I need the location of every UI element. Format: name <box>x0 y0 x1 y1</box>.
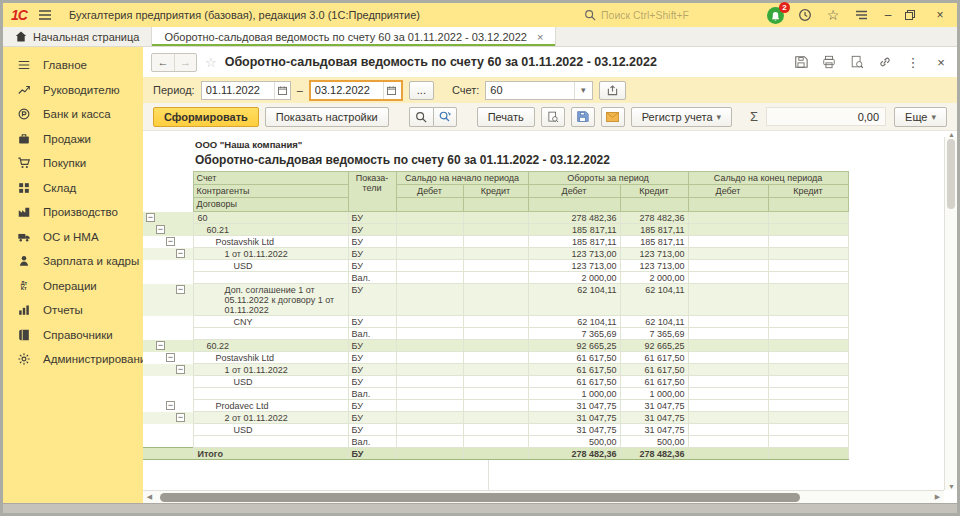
table-row[interactable]: −60БУ278 482,36278 482,36 <box>143 212 848 224</box>
cell-end-credit[interactable] <box>768 284 848 316</box>
cell-begin-credit[interactable] <box>463 352 528 364</box>
cell-begin-credit[interactable] <box>463 436 528 448</box>
cell-turnover-credit[interactable]: 31 047,75 <box>620 400 688 412</box>
preview-icon[interactable] <box>849 54 865 70</box>
history-button[interactable] <box>795 5 815 25</box>
vertical-scroll-thumb[interactable] <box>947 139 955 209</box>
cell-begin-debit[interactable] <box>396 248 463 260</box>
cell-begin-credit[interactable] <box>463 412 528 424</box>
sidebar-item-manager[interactable]: Руководителю <box>3 78 143 103</box>
cell-end-debit[interactable] <box>688 212 768 224</box>
vertical-scrollbar[interactable]: ▲ ▼ <box>944 137 957 490</box>
cell-begin-credit[interactable] <box>463 424 528 436</box>
table-row[interactable]: USDБУ123 713,00123 713,00 <box>143 260 848 272</box>
cell-end-credit[interactable] <box>768 352 848 364</box>
cell-turnover-debit[interactable]: 7 365,69 <box>528 328 620 340</box>
cell-turnover-debit[interactable]: 1 000,00 <box>528 388 620 400</box>
sidebar-item-operations[interactable]: ДтКтОперации <box>3 274 143 299</box>
table-row[interactable]: ИтогоБУ278 482,36278 482,36 <box>143 448 848 460</box>
cell-begin-debit[interactable] <box>396 424 463 436</box>
cell-end-credit[interactable] <box>768 212 848 224</box>
horizontal-scroll-thumb[interactable] <box>160 493 800 502</box>
table-row[interactable]: −Postavshik LtdБУ185 817,11185 817,11 <box>143 236 848 248</box>
sidebar-item-purchases[interactable]: Покупки <box>3 151 143 176</box>
cell-turnover-credit[interactable]: 1 000,00 <box>620 388 688 400</box>
cell-indicator[interactable]: БУ <box>348 284 396 316</box>
cell-end-credit[interactable] <box>768 272 848 284</box>
tab-close-icon[interactable]: × <box>537 31 543 43</box>
cell-begin-debit[interactable] <box>396 400 463 412</box>
find-next-button[interactable] <box>433 107 457 127</box>
cell-end-credit[interactable] <box>768 328 848 340</box>
cell-turnover-debit[interactable]: 278 482,36 <box>528 212 620 224</box>
cell-begin-debit[interactable] <box>396 340 463 352</box>
main-menu-icon[interactable] <box>35 5 55 25</box>
find-button[interactable] <box>409 107 433 127</box>
table-row[interactable]: −1 от 01.11.2022БУ61 617,5061 617,50 <box>143 364 848 376</box>
cell-end-debit[interactable] <box>688 412 768 424</box>
close-window-button[interactable]: × <box>931 8 949 22</box>
cell-account[interactable]: Доп. соглашение 1 от 05.11.2022 к догово… <box>193 284 348 316</box>
save-report-button[interactable] <box>571 107 595 127</box>
cell-begin-debit[interactable] <box>396 352 463 364</box>
cell-turnover-credit[interactable]: 7 365,69 <box>620 328 688 340</box>
cell-begin-credit[interactable] <box>463 272 528 284</box>
cell-turnover-credit[interactable]: 185 817,11 <box>620 224 688 236</box>
account-open-button[interactable] <box>599 81 626 100</box>
cell-end-credit[interactable] <box>768 364 848 376</box>
cell-begin-credit[interactable] <box>463 284 528 316</box>
table-row[interactable]: −2 от 01.11.2022БУ31 047,7531 047,75 <box>143 412 848 424</box>
scroll-down-icon[interactable]: ▼ <box>945 483 957 490</box>
cell-end-debit[interactable] <box>688 284 768 316</box>
global-search[interactable] <box>584 9 759 21</box>
cell-begin-credit[interactable] <box>463 364 528 376</box>
header-debit[interactable]: Дебет <box>528 185 620 198</box>
cell-account[interactable] <box>193 436 348 448</box>
cell-account[interactable]: 2 от 01.11.2022 <box>193 412 348 424</box>
cell-account[interactable]: Postavshik Ltd <box>193 352 348 364</box>
cell-account[interactable]: CNY <box>193 316 348 328</box>
cell-turnover-credit[interactable]: 62 104,11 <box>620 284 688 316</box>
cell-begin-credit[interactable] <box>463 224 528 236</box>
cell-begin-debit[interactable] <box>396 436 463 448</box>
cell-end-credit[interactable] <box>768 448 848 460</box>
favorite-star-icon[interactable]: ☆ <box>205 55 217 70</box>
scroll-left-icon[interactable]: ◀ <box>143 493 156 501</box>
calendar-icon[interactable] <box>274 82 290 99</box>
cell-begin-debit[interactable] <box>396 448 463 460</box>
cell-begin-debit[interactable] <box>396 212 463 224</box>
cell-begin-debit[interactable] <box>396 284 463 316</box>
table-row[interactable]: USDБУ31 047,7531 047,75 <box>143 424 848 436</box>
header-credit[interactable]: Кредит <box>620 185 688 198</box>
cell-begin-credit[interactable] <box>463 376 528 388</box>
search-input[interactable] <box>601 9 741 21</box>
horizontal-scrollbar[interactable]: ◀ ▶ <box>143 490 944 503</box>
cell-turnover-debit[interactable]: 62 104,11 <box>528 316 620 328</box>
cell-begin-debit[interactable] <box>396 328 463 340</box>
cell-end-credit[interactable] <box>768 400 848 412</box>
table-row[interactable]: CNYБУ62 104,1162 104,11 <box>143 316 848 328</box>
header-contracts[interactable]: Договоры <box>193 198 348 212</box>
forward-button[interactable]: → <box>174 54 196 71</box>
cell-turnover-credit[interactable]: 62 104,11 <box>620 316 688 328</box>
collapse-icon[interactable]: − <box>176 413 185 422</box>
header-turnover[interactable]: Обороты за период <box>528 172 688 185</box>
close-form-icon[interactable]: × <box>933 54 949 70</box>
cell-turnover-credit[interactable]: 278 482,36 <box>620 448 688 460</box>
cell-end-credit[interactable] <box>768 236 848 248</box>
collapse-icon[interactable]: − <box>166 401 175 410</box>
cell-begin-debit[interactable] <box>396 376 463 388</box>
period-variants-button[interactable]: ... <box>409 81 434 100</box>
cell-account[interactable]: USD <box>193 376 348 388</box>
print-icon[interactable] <box>821 54 837 70</box>
more-menu-icon[interactable]: ⋮ <box>905 54 921 70</box>
sidebar-item-directories[interactable]: Справочники <box>3 323 143 348</box>
cell-indicator[interactable]: БУ <box>348 236 396 248</box>
header-balance-end[interactable]: Сальдо на конец периода <box>688 172 848 185</box>
table-row[interactable]: −Postavshik LtdБУ61 617,5061 617,50 <box>143 352 848 364</box>
cell-begin-credit[interactable] <box>463 316 528 328</box>
cell-end-credit[interactable] <box>768 376 848 388</box>
cell-end-debit[interactable] <box>688 448 768 460</box>
cell-end-debit[interactable] <box>688 340 768 352</box>
cell-indicator[interactable]: БУ <box>348 212 396 224</box>
